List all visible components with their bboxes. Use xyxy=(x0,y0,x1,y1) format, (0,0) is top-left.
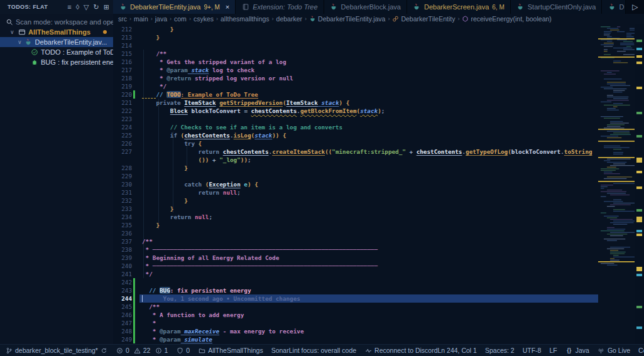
tab-label: D xyxy=(619,3,624,11)
line-number: 230 xyxy=(113,180,132,188)
code-line: * Gets the stripped variant of a log xyxy=(139,58,598,66)
breadcrumb-folder[interactable]: src xyxy=(118,15,127,23)
breadcrumb-folder[interactable]: java xyxy=(155,15,167,23)
clear-filter-icon[interactable]: ◊ xyxy=(76,4,79,11)
sidebar-item-workspace-node[interactable]: ∨AllTheSmallThings xyxy=(0,27,113,37)
tab-debarkertileentity[interactable]: DebarkerTileEntity.java9+, M× xyxy=(113,0,236,14)
tab-debarkerblock[interactable]: DebarkerBlock.java xyxy=(324,0,407,14)
code-editor[interactable]: 212}213}214215/**216 * Gets the stripped… xyxy=(113,24,644,344)
ruler-mark xyxy=(636,186,642,189)
close-icon[interactable]: × xyxy=(226,3,229,11)
status-language-mode[interactable]: {}Java xyxy=(565,347,589,354)
code-line: * @param maxReceive - max energy to rece… xyxy=(139,327,598,335)
sidebar-item-bug-node[interactable]: BUG : fix persistent energy xyxy=(0,57,113,67)
breadcrumb-folder[interactable]: com xyxy=(174,15,187,23)
info-icon xyxy=(155,347,162,354)
tab-partial[interactable]: D xyxy=(602,0,626,14)
code-line: /** xyxy=(139,237,598,245)
status-problems[interactable]: 0221 xyxy=(116,347,168,354)
search-icon xyxy=(5,18,13,26)
status-colorize-variables[interactable]: Colorize: 0 variables xyxy=(638,347,644,354)
code-line: } xyxy=(139,221,598,229)
chevron-down-icon[interactable]: ∨ xyxy=(18,39,22,45)
status-label: 0 xyxy=(186,347,190,354)
tab-debarkerscreen[interactable]: DebarkerScreen.java6, M xyxy=(407,0,511,14)
code-line: * @param simulate xyxy=(139,335,598,343)
line-number: 215 xyxy=(113,50,132,58)
ruler-mark xyxy=(636,230,642,232)
status-workspace-folder[interactable]: AllTheSmallThings xyxy=(198,347,263,354)
line-number: 241 xyxy=(113,270,132,278)
ruler-mark xyxy=(636,55,642,58)
java-icon xyxy=(119,3,127,11)
status-eol[interactable]: LF xyxy=(549,347,557,354)
git-added-indicator xyxy=(133,311,135,319)
breadcrumb-folder[interactable]: allthesmallthings xyxy=(221,15,270,23)
line-number: 213 xyxy=(113,33,132,41)
sidebar-item-todo-node[interactable]: TODO : Example of ToDo Tree xyxy=(0,47,113,57)
status-label: debarker_block_tile_testing* xyxy=(15,347,98,354)
sidebar-item-label: TODO : Example of ToDo Tree xyxy=(41,48,113,56)
check-circle-icon xyxy=(30,48,38,57)
status-label: UTF-8 xyxy=(523,347,542,354)
sidebar-item-scan-mode[interactable]: Scan mode: workspace and ope... xyxy=(0,17,113,27)
code-line: // TODO: Example of ToDo Tree xyxy=(139,90,598,99)
code-line: * @return stripped log version or null xyxy=(139,74,598,82)
breadcrumb-folder[interactable]: debarker xyxy=(276,15,302,23)
breadcrumb-separator: › xyxy=(216,16,219,22)
code-line: * A function to add energy xyxy=(139,311,598,319)
breadcrumb-symbol[interactable]: receiveEnergy(int, boolean) xyxy=(471,15,551,23)
breadcrumb: src›main›java›com›csykes›allthesmallthin… xyxy=(113,14,644,24)
status-go-live[interactable]: Go Live xyxy=(598,347,630,354)
broadcast-icon xyxy=(598,347,605,354)
line-number: 242 xyxy=(113,278,132,286)
error-icon xyxy=(116,347,124,354)
filter-icon[interactable]: ▽ xyxy=(84,4,89,11)
line-number: 243 xyxy=(113,286,132,294)
line-number: 222 xyxy=(113,107,132,115)
tab-startupclientonly[interactable]: StartupClientOnly.java xyxy=(511,0,603,14)
breadcrumb-separator: › xyxy=(188,16,192,22)
status-error-count: 0 xyxy=(116,347,129,354)
status-cursor-position[interactable]: Ln 244, Col 1 xyxy=(438,347,477,354)
breadcrumb-folder[interactable]: csykes xyxy=(194,15,214,23)
code-line: return null; xyxy=(139,188,598,197)
line-number: 237 xyxy=(113,237,132,245)
run-java-button[interactable]: ▷ xyxy=(632,3,638,11)
shield-icon xyxy=(176,347,183,354)
status-sonarlint-hotspots[interactable]: 0 xyxy=(176,347,190,354)
expand-all-icon[interactable]: ⊞ xyxy=(104,4,109,11)
status-label: Java xyxy=(576,347,589,354)
ruler-mark xyxy=(636,171,642,173)
git-added-indicator xyxy=(133,286,135,294)
line-number: 217 xyxy=(113,66,132,74)
breadcrumb-folder[interactable]: main xyxy=(134,15,148,23)
ruler-mark xyxy=(636,62,642,64)
line-number: 220 xyxy=(113,90,132,99)
breadcrumb-symbol[interactable]: DebarkerTileEntity xyxy=(401,15,455,23)
status-label: Ln 244, Col 1 xyxy=(438,347,477,354)
minimap[interactable] xyxy=(598,24,635,344)
code-line xyxy=(139,172,598,180)
breadcrumb-separator: › xyxy=(150,16,153,22)
status-label: Go Live xyxy=(608,347,630,354)
editor-actions: ▷∨⇄↶○↷◉◫⋯ xyxy=(626,0,644,14)
breadcrumb-separator: › xyxy=(129,16,132,22)
line-number: 223 xyxy=(113,115,132,123)
tab-extension-todo-tree[interactable]: Extension: Todo Tree xyxy=(236,0,324,14)
status-discord-reconnect[interactable]: Reconnect to Discord xyxy=(364,347,437,354)
code-line: // Checks to see if an item is a log and… xyxy=(139,123,598,131)
status-encoding[interactable]: UTF-8 xyxy=(523,347,542,354)
git-added-indicator xyxy=(133,303,135,311)
refresh-icon[interactable]: ↻ xyxy=(94,4,99,11)
status-git-branch[interactable]: debarker_block_tile_testing* xyxy=(5,347,108,354)
status-sonarlint-focus[interactable]: SonarLint focus: overall code xyxy=(271,347,356,354)
view-as-list-icon[interactable]: ≡ xyxy=(67,4,71,11)
line-number: 233 xyxy=(113,205,132,213)
chevron-down-icon[interactable]: ∨ xyxy=(10,29,15,35)
status-indentation[interactable]: Spaces: 2 xyxy=(485,347,515,354)
code-line: */ xyxy=(139,82,598,90)
breadcrumb-file[interactable]: DebarkerTileEntity.java xyxy=(318,15,385,23)
sidebar-item-file-node[interactable]: ∨DebarkerTileEntity.jav...9+, M xyxy=(0,37,113,47)
breadcrumb-separator: › xyxy=(457,16,460,22)
